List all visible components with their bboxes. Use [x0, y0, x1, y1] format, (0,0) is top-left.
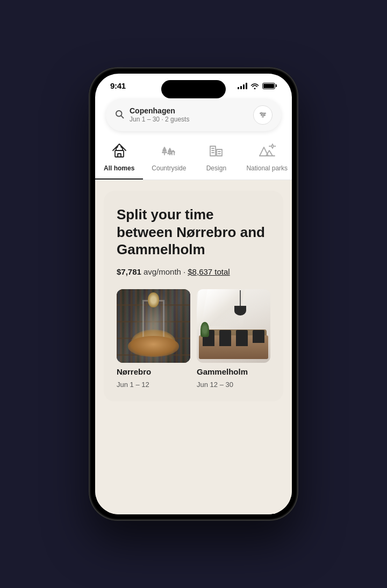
- search-text-wrap: Copenhagen Jun 1 – 30 · 2 guests: [130, 106, 189, 123]
- price-total[interactable]: $8,637 total: [188, 267, 230, 276]
- search-left: Copenhagen Jun 1 – 30 · 2 guests: [114, 106, 253, 123]
- tab-countryside[interactable]: Countryside: [143, 140, 195, 180]
- split-card-title: Split your time between Nørrebro and Gam…: [117, 206, 270, 259]
- status-icons: [238, 83, 277, 89]
- svg-point-25: [271, 145, 274, 147]
- signal-icon: [238, 83, 247, 89]
- tab-national-parks-label: National parks: [246, 164, 288, 172]
- all-homes-icon: [111, 142, 128, 161]
- search-details: Jun 1 – 30 · 2 guests: [130, 116, 189, 123]
- national-parks-icon: [259, 142, 276, 161]
- gammelholm-name: Gammelholm: [197, 367, 270, 376]
- svg-point-5: [261, 112, 262, 114]
- dynamic-island: [161, 80, 226, 98]
- table: [128, 336, 180, 356]
- svg-marker-10: [163, 147, 166, 150]
- search-section: Copenhagen Jun 1 – 30 · 2 guests: [95, 95, 292, 131]
- norrebro-name: Nørrebro: [117, 367, 190, 376]
- price-avg: $7,781: [117, 267, 141, 276]
- svg-rect-13: [210, 146, 216, 156]
- neighborhood-img-norrebro: [117, 289, 190, 363]
- tab-design-label: Design: [206, 164, 226, 172]
- neighborhood-card-gammelholm[interactable]: Gammelholm Jun 12 – 30: [197, 289, 270, 389]
- hanging-lamp: [237, 290, 243, 316]
- neighborhood-grid: Nørrebro Jun 1 – 12: [117, 289, 270, 389]
- split-card: Split your time between Nørrebro and Gam…: [104, 191, 283, 401]
- search-bar[interactable]: Copenhagen Jun 1 – 30 · 2 guests: [106, 99, 281, 131]
- status-time: 9:41: [110, 81, 126, 90]
- wifi-icon: [250, 83, 259, 89]
- gammelholm-dates: Jun 12 – 30: [197, 381, 270, 389]
- svg-line-1: [121, 116, 123, 118]
- search-icon: [114, 109, 124, 121]
- tab-design[interactable]: Design: [195, 140, 238, 180]
- tab-national-parks[interactable]: National parks: [238, 140, 292, 180]
- neighborhood-card-norrebro[interactable]: Nørrebro Jun 1 – 12: [117, 289, 190, 389]
- lamp: [148, 292, 160, 307]
- price-avg-suffix: avg/month ·: [144, 267, 185, 276]
- main-content: Split your time between Nørrebro and Gam…: [95, 180, 292, 514]
- svg-rect-8: [118, 154, 121, 157]
- tab-all-homes[interactable]: All homes: [95, 140, 143, 180]
- norrebro-dates: Jun 1 – 12: [117, 381, 190, 389]
- phone-frame: 9:41: [89, 67, 298, 521]
- countryside-icon: [160, 142, 177, 161]
- design-icon: [207, 142, 225, 161]
- svg-rect-14: [217, 149, 222, 156]
- phone-screen: 9:41: [95, 74, 292, 514]
- split-card-price: $7,781 avg/month · $8,637 total: [117, 267, 270, 276]
- tab-all-homes-label: All homes: [104, 164, 134, 172]
- svg-marker-12: [168, 148, 171, 152]
- filter-button[interactable]: [253, 105, 273, 125]
- battery-icon: [262, 83, 277, 89]
- plant: [200, 322, 209, 336]
- svg-point-6: [263, 114, 265, 116]
- neighborhood-img-gammelholm: [197, 289, 270, 363]
- search-city: Copenhagen: [130, 106, 189, 116]
- tab-countryside-label: Countryside: [152, 164, 186, 172]
- category-tabs: All homes: [95, 131, 292, 180]
